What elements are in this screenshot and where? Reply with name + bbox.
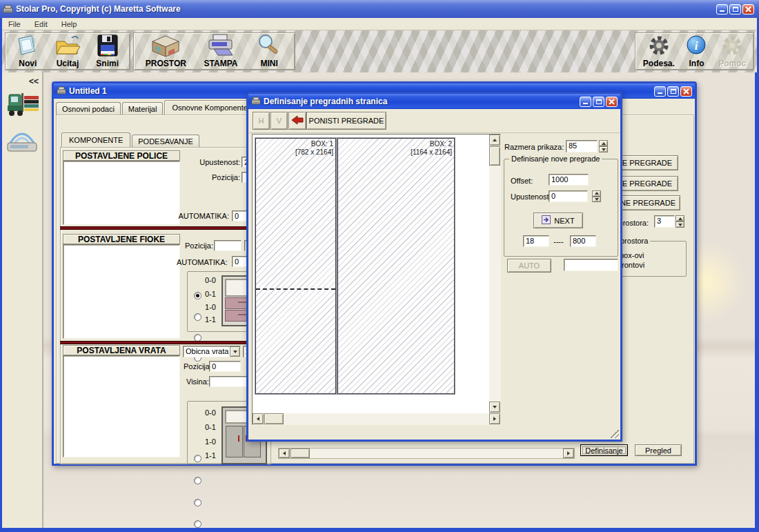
definisanje-button[interactable]: Definisanje	[580, 444, 628, 456]
razmera-field[interactable]: 85	[566, 140, 598, 152]
close-icon[interactable]	[680, 86, 692, 97]
pregrade-canvas[interactable]: BOX: 1 [782 x 2164] BOX: 2 [1164 x 2164]	[252, 134, 501, 425]
prostora-spinner[interactable]	[676, 215, 684, 228]
offset-field[interactable]: 1000	[549, 174, 589, 186]
info-button[interactable]: i Info	[684, 35, 709, 68]
next-button[interactable]: NEXT	[533, 213, 583, 228]
spinner-up-icon[interactable]	[599, 140, 608, 146]
left-sidebar: <<	[2, 72, 43, 528]
maximize-icon[interactable]	[729, 4, 741, 14]
minimize-icon[interactable]	[654, 86, 666, 97]
sidebar-collapse-button[interactable]: <<	[29, 77, 39, 86]
undo-pregrada-button[interactable]	[288, 112, 306, 130]
tab-osnovne-komponente[interactable]: Osnovne Komponente	[164, 100, 255, 115]
canvas-vscrollbar[interactable]	[489, 135, 500, 413]
pregrada-dashed-line[interactable]	[256, 288, 335, 290]
upustenost-field[interactable]: 0	[549, 190, 588, 202]
scroll-up-icon[interactable]	[489, 135, 500, 146]
box2-name: BOX: 2	[430, 140, 452, 148]
vrata-radio-1-1[interactable]	[194, 520, 201, 528]
scroll-right-icon[interactable]	[489, 413, 500, 424]
novi-button[interactable]: Novi	[14, 35, 41, 68]
vrata-pozicija-field[interactable]: 0	[209, 361, 241, 372]
fioke-radio-0-0[interactable]	[194, 292, 201, 299]
info-label: Info	[689, 59, 704, 68]
main-toolbar: Novi Ucitaj Snimi PROSTOR STAMPA MI	[2, 30, 757, 72]
scroll-left-icon[interactable]	[253, 413, 264, 424]
scroll-down-icon[interactable]	[489, 402, 500, 413]
vrata-listbox[interactable]	[63, 355, 180, 457]
scanner-icon[interactable]	[5, 125, 39, 157]
upustenost-spinner[interactable]	[592, 190, 601, 202]
razmera-spinner[interactable]	[599, 140, 608, 152]
canvas-hscrollbar[interactable]	[253, 413, 500, 424]
pregled-button[interactable]: Pregled	[635, 444, 682, 456]
pomoc-button[interactable]: Pomoc	[718, 35, 746, 68]
tab-podesavanje[interactable]: PODESAVANJE	[132, 135, 199, 147]
tab-materijal[interactable]: Materijal	[122, 102, 164, 115]
prostora-field[interactable]: 3	[654, 215, 675, 228]
svg-text:i: i	[695, 39, 698, 52]
prostor-label: PROSTOR	[146, 59, 186, 68]
scroll-left-icon[interactable]	[279, 449, 290, 458]
box1-name: BOX: 1	[311, 140, 333, 148]
horizontal-pregrada-button[interactable]: H	[253, 112, 270, 130]
spinner-down-icon[interactable]	[592, 197, 601, 203]
spinner-up-icon[interactable]	[592, 190, 601, 197]
spinner-up-icon[interactable]	[676, 215, 684, 221]
vrata-radio-0-0-label: 0-0	[205, 408, 216, 417]
snimi-button[interactable]: Snimi	[95, 35, 121, 68]
maximize-icon[interactable]	[593, 97, 604, 107]
police-automatika-label: AUTOMATIKA:	[177, 212, 229, 220]
mini-button[interactable]: MINI	[255, 35, 283, 68]
range-from-field[interactable]: 18	[523, 235, 549, 247]
maximize-icon[interactable]	[667, 86, 679, 97]
ucitaj-button[interactable]: Ucitaj	[54, 35, 81, 68]
prostora-option-frontovi[interactable]: frontovi	[620, 261, 644, 269]
spinner-down-icon[interactable]	[599, 146, 608, 152]
fioke-listbox[interactable]	[63, 244, 180, 339]
auto-button[interactable]: AUTO	[507, 259, 551, 273]
resize-grip[interactable]	[610, 429, 619, 438]
box-1[interactable]: BOX: 1 [782 x 2164]	[255, 138, 336, 394]
stampa-button[interactable]: STAMPA	[204, 35, 238, 68]
auto-field[interactable]	[564, 259, 618, 271]
offset-label: Offset:	[511, 177, 533, 185]
hscroll-thumb[interactable]	[290, 449, 310, 458]
vrata-radio-0-1[interactable]	[194, 477, 201, 484]
podesavanja-button[interactable]: Podesa.	[643, 35, 675, 68]
menu-help[interactable]: Help	[61, 20, 77, 28]
section-divider	[60, 226, 270, 230]
vscroll-thumb[interactable]	[489, 146, 500, 166]
prostora-group-label: prostora	[618, 237, 650, 245]
untitled-hscrollbar[interactable]	[278, 448, 575, 459]
vrata-radio-1-0[interactable]	[194, 499, 201, 506]
tab-komponente[interactable]: KOMPONENTE	[61, 132, 130, 147]
application-window: Stolar Pro, Copyright (c) Maretta Softwa…	[0, 0, 759, 532]
menu-edit[interactable]: Edit	[34, 20, 48, 28]
spinner-down-icon[interactable]	[676, 221, 684, 228]
forklift-icon[interactable]	[5, 89, 41, 122]
police-listbox[interactable]	[63, 161, 180, 225]
prostora-option-boxovi[interactable]: box-ovi	[620, 251, 644, 259]
fioke-pozicija-field[interactable]	[214, 240, 241, 251]
toolbar-settings-group: Podesa. i Info Pomoc	[635, 32, 754, 70]
scroll-right-icon[interactable]	[563, 449, 574, 458]
minimize-icon[interactable]	[580, 97, 591, 107]
vertical-pregrada-button[interactable]: V	[270, 112, 288, 130]
hscroll-thumb[interactable]	[264, 413, 284, 424]
close-icon[interactable]	[742, 4, 754, 14]
box-2[interactable]: BOX: 2 [1164 x 2164]	[337, 138, 455, 394]
vrata-radio-0-0[interactable]	[194, 455, 201, 462]
toolbar-file-group: Novi Ucitaj Snimi	[5, 32, 130, 70]
fioke-radio-0-1[interactable]	[194, 313, 201, 321]
tab-osnovni-podaci[interactable]: Osnovni podaci	[56, 102, 121, 115]
ponisti-pregrade-button[interactable]: PONISTI PREGRADE	[306, 112, 386, 130]
vrata-header: POSTAVLJENA VRATA	[63, 345, 180, 355]
close-icon[interactable]	[606, 97, 618, 107]
minimize-icon[interactable]	[716, 4, 728, 14]
dropdown-chevron-icon[interactable]	[230, 346, 240, 357]
prostor-button[interactable]: PROSTOR	[146, 35, 186, 68]
menu-file[interactable]: File	[8, 20, 21, 28]
range-to-field[interactable]: 800	[570, 235, 596, 247]
